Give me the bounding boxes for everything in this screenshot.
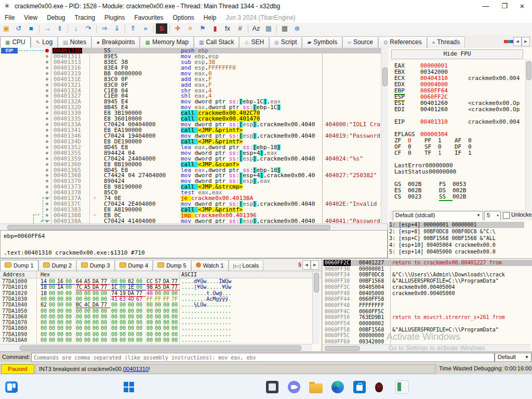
dump-row[interactable]: 77DA108000000000000000000000000000000000… <box>0 325 312 331</box>
menu-plugins[interactable]: Plugins <box>100 12 129 23</box>
restart-icon[interactable]: ↺ <box>13 23 24 34</box>
plugin-blocks-icon[interactable] <box>504 38 513 44</box>
minimize-button[interactable]: — <box>477 0 495 12</box>
tab-notes[interactable]: ▤Notes <box>58 36 91 48</box>
close-button[interactable]: × <box>513 0 531 12</box>
tab-seh[interactable]: ⚠SEH <box>239 36 269 48</box>
mnemonic-help-icon[interactable]: ▦ <box>263 23 274 34</box>
line-dot-icon[interactable] <box>46 123 48 126</box>
line-dot-icon[interactable] <box>46 89 48 92</box>
line-dot-icon[interactable] <box>46 214 48 217</box>
line-dot-icon[interactable] <box>46 72 48 75</box>
line-dot-icon[interactable] <box>46 169 48 171</box>
line-dot-icon[interactable] <box>46 129 48 131</box>
seh-chain-icon[interactable]: S <box>156 23 167 34</box>
hex-dump-panel[interactable]: Address Hex ASCII 77DA10001400160064A5DA… <box>0 271 321 351</box>
tab-dump-2[interactable]: Dump 2 <box>38 260 77 271</box>
tab-locals[interactable]: [x=]Locals <box>229 260 264 271</box>
line-dot-icon[interactable] <box>46 66 48 69</box>
tab-script[interactable]: ◎Script <box>269 36 302 48</box>
dump-row[interactable]: 77DA10A000000000000000000000000000000000… <box>0 337 312 343</box>
line-dot-icon[interactable] <box>46 208 48 211</box>
line-dot-icon[interactable] <box>46 106 48 109</box>
taskbar-app-store[interactable] <box>351 379 368 395</box>
stack-row[interactable]: 0060FF48FFFFFFFF <box>323 302 532 309</box>
line-dot-icon[interactable] <box>46 191 48 194</box>
stack-row[interactable]: 0060FF4C0060FF5C <box>323 309 532 315</box>
stack-row[interactable]: 0060FF4000405000crackme0x00.00405000 <box>323 290 532 297</box>
skip-icon[interactable]: ⇓ <box>111 23 123 34</box>
tab-log[interactable]: ✎Log <box>31 36 58 48</box>
line-dot-icon[interactable] <box>46 174 48 177</box>
maximize-button[interactable]: ❐ <box>496 0 513 12</box>
argument-row[interactable]: 2: [esp+8] 00BF0DC8 00BF0DC8 &"C:\ <box>389 229 524 235</box>
line-dot-icon[interactable] <box>46 135 48 137</box>
dump-row[interactable]: 77DA104002000000BC4CDA770000000000000000… <box>0 302 312 308</box>
arguments-panel[interactable]: 1: [esp+4] 00000001 000000012: [esp+8] 0… <box>388 220 532 258</box>
dump-horizontal-scrollbar[interactable] <box>0 344 312 351</box>
line-dot-icon[interactable] <box>46 55 48 58</box>
line-dot-icon[interactable] <box>46 180 48 182</box>
dump-row[interactable]: 77DA105000000000000000000000000000000000… <box>0 308 312 314</box>
line-dot-icon[interactable] <box>46 152 48 154</box>
line-dot-icon[interactable] <box>46 61 48 63</box>
step-into-icon[interactable]: ↓ <box>70 23 82 34</box>
command-input[interactable] <box>31 353 495 362</box>
disassembly-panel[interactable]: 0040131055push ebp0040131189E5mov ebp,es… <box>0 48 388 223</box>
stack-row[interactable]: 0060FF3000000001 <box>323 266 532 272</box>
menu-file[interactable]: File <box>0 12 19 23</box>
menu-view[interactable]: View <box>19 12 42 23</box>
dump-row[interactable]: 77DA102018000000000000007419DA7740000000… <box>0 290 312 296</box>
taskbar-app-x32dbg[interactable] <box>370 379 387 395</box>
breakpoint-icon[interactable] <box>45 49 49 52</box>
menu-options[interactable]: Options <box>168 12 198 23</box>
line-dot-icon[interactable] <box>46 78 48 81</box>
tab-dump-5[interactable]: Dump 5 <box>153 260 191 271</box>
stack-row[interactable]: 0060FF2C00401227return to crackme0x00.00… <box>323 260 532 266</box>
line-dot-icon[interactable] <box>46 100 48 103</box>
argument-row[interactable]: 1: [esp+4] 00000001 00000001 <box>389 222 524 228</box>
tab-scroll-right-button[interactable]: ▶ <box>522 37 530 46</box>
disasm-horizontal-scrollbar[interactable] <box>0 223 388 231</box>
taskbar-app-notepad[interactable] <box>264 379 281 395</box>
taskbar-app-edge[interactable] <box>329 379 346 395</box>
pause-icon[interactable]: ‖ <box>54 23 65 34</box>
hide-fpu-button[interactable]: Hide FPU <box>391 49 523 59</box>
line-dot-icon[interactable] <box>46 95 48 97</box>
open-file-icon[interactable]: ▣ <box>1 23 12 34</box>
tab-source[interactable]: ‹›Source <box>342 36 378 48</box>
dump-row[interactable]: 77DA1030000000000000000041634D67FFFFFF7F… <box>0 296 312 302</box>
line-dot-icon[interactable] <box>46 185 48 188</box>
functions-icon[interactable]: fx <box>222 23 233 34</box>
step-over-icon[interactable]: ↷ <box>83 23 94 34</box>
run-to-user-code-icon[interactable]: » <box>140 23 151 34</box>
stack-row[interactable]: 0060FF5400000002 <box>323 321 532 327</box>
calling-convention-select[interactable]: Default (stdcall)▼ <box>393 211 483 221</box>
line-dot-icon[interactable] <box>46 146 48 149</box>
line-dot-icon[interactable] <box>46 84 48 86</box>
labels-icon[interactable]: ⚑ <box>197 23 208 34</box>
argument-row[interactable]: 3: [esp+C] 00BF1568 00BF1568 &"ALL <box>389 235 524 242</box>
start-button[interactable] <box>121 379 137 395</box>
calculator-icon[interactable]: ▦ <box>279 23 290 34</box>
breakpoint-address-link[interactable]: 00401310 <box>123 366 149 372</box>
struct-tab-icon[interactable]: § <box>298 261 301 268</box>
line-dot-icon[interactable] <box>46 163 48 166</box>
tab-memory-map[interactable]: ▦Memory Map <box>140 36 193 48</box>
menu-help[interactable]: Help <box>199 12 221 23</box>
tab-threads[interactable]: »Threads <box>427 36 466 48</box>
taskbar-app-document[interactable] <box>394 379 410 395</box>
tab-dump-1[interactable]: Dump 1 <box>0 260 38 271</box>
dump-row[interactable]: 77DA101018001A007CA5DA771C001E0098A5DA77… <box>0 284 312 290</box>
dump-tab-scroll-right-button[interactable]: ▶ <box>311 260 319 270</box>
line-dot-icon[interactable] <box>46 157 48 160</box>
tab-cpu[interactable]: ▦CPU <box>0 36 31 48</box>
menu-tracing[interactable]: Tracing <box>70 12 100 23</box>
tab-symbols[interactable]: ▰Symbols <box>302 36 342 48</box>
disasm-row[interactable]: 0040138AC70424 41404000mov dword ptr ss:… <box>0 218 388 223</box>
tab-scroll-left-button[interactable]: ◀ <box>513 37 522 46</box>
widgets-button[interactable] <box>3 379 20 395</box>
stack-row[interactable]: 0060FF3800BF1568&"ALLUSERSPROFILE=C:\\Pr… <box>323 278 532 284</box>
menu-favourites[interactable]: Favourites <box>129 12 168 23</box>
tab-call-stack[interactable]: ▥Call Stack <box>194 36 239 48</box>
